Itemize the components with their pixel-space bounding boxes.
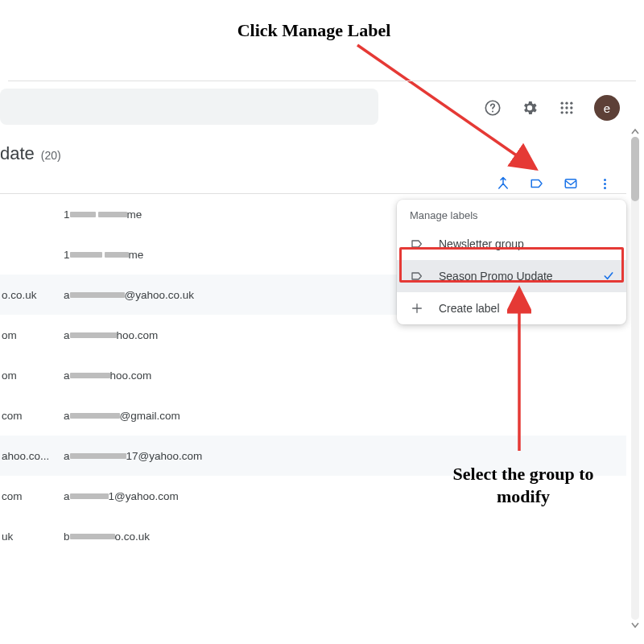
row-email: a1@yahoo.com: [60, 490, 179, 502]
create-label-text: Create label: [439, 302, 500, 315]
check-icon: [602, 270, 615, 283]
label-item-season-promo[interactable]: Season Promo Update: [397, 260, 626, 292]
label-item-newsletter[interactable]: Newsletter group: [397, 228, 626, 260]
row-domain: uk: [0, 530, 60, 543]
row-email: a@gmail.com: [60, 410, 180, 422]
manage-labels-popup: Manage labels Newsletter group Season Pr…: [397, 200, 626, 324]
create-label-item[interactable]: Create label: [397, 292, 626, 324]
label-icon: [410, 269, 424, 283]
merge-icon[interactable]: [495, 175, 511, 192]
row-domain: om: [0, 369, 60, 382]
scrollbar-track[interactable]: [631, 137, 639, 620]
svg-point-10: [565, 111, 568, 114]
label-icon[interactable]: [529, 175, 545, 192]
row-domain: ahoo.co...: [0, 450, 60, 462]
svg-point-6: [561, 106, 564, 109]
table-row[interactable]: coma@gmail.com: [0, 395, 626, 436]
row-domain: om: [0, 329, 60, 341]
title-text: date: [0, 143, 35, 164]
search-input[interactable]: [0, 89, 378, 125]
svg-point-2: [492, 110, 493, 112]
svg-rect-12: [565, 180, 576, 188]
svg-point-7: [565, 106, 568, 109]
apps-grid-icon[interactable]: [557, 98, 576, 118]
svg-point-4: [565, 102, 568, 105]
row-domain: com: [0, 410, 60, 422]
label-icon: [410, 237, 424, 251]
svg-point-8: [570, 106, 572, 109]
annotation-top: Click Manage Label: [209, 19, 419, 42]
title-count: (20): [41, 149, 61, 162]
svg-point-3: [561, 102, 564, 105]
row-email: a@yahoo.co.uk: [60, 289, 194, 301]
mail-icon[interactable]: [563, 175, 579, 192]
header-icons: e: [483, 95, 620, 121]
help-icon[interactable]: [483, 98, 502, 118]
scrollbar-thumb[interactable]: [631, 137, 639, 201]
gear-icon[interactable]: [520, 98, 539, 118]
row-email: a17@yahoo.com: [60, 450, 202, 462]
row-domain: com: [0, 490, 60, 502]
table-row[interactable]: omahoo.com: [0, 355, 626, 395]
row-domain: o.co.uk: [0, 289, 60, 301]
table-row[interactable]: ukbo.co.uk: [0, 516, 626, 556]
contact-actions: [495, 175, 613, 192]
header-divider: [8, 80, 636, 81]
svg-point-5: [570, 102, 572, 105]
label-item-text: Newsletter group: [439, 237, 524, 250]
annotation-bottom: Select the group to modify: [435, 463, 612, 507]
avatar[interactable]: e: [594, 95, 620, 121]
popup-title: Manage labels: [397, 200, 626, 228]
page-title: date (20): [0, 143, 61, 164]
row-email: ahoo.com: [60, 369, 151, 382]
row-email: 1me: [60, 208, 142, 221]
svg-point-11: [570, 111, 572, 114]
plus-icon: [410, 301, 424, 316]
more-dots-icon[interactable]: [597, 175, 613, 192]
scrollbar-down-icon[interactable]: [630, 620, 640, 630]
row-email: ahoo.com: [60, 329, 158, 341]
scrollbar-up-icon[interactable]: [630, 127, 640, 137]
label-item-text: Season Promo Update: [439, 270, 553, 283]
row-email: bo.co.uk: [60, 530, 150, 543]
svg-point-9: [561, 111, 564, 114]
row-email: 1me: [60, 249, 143, 261]
